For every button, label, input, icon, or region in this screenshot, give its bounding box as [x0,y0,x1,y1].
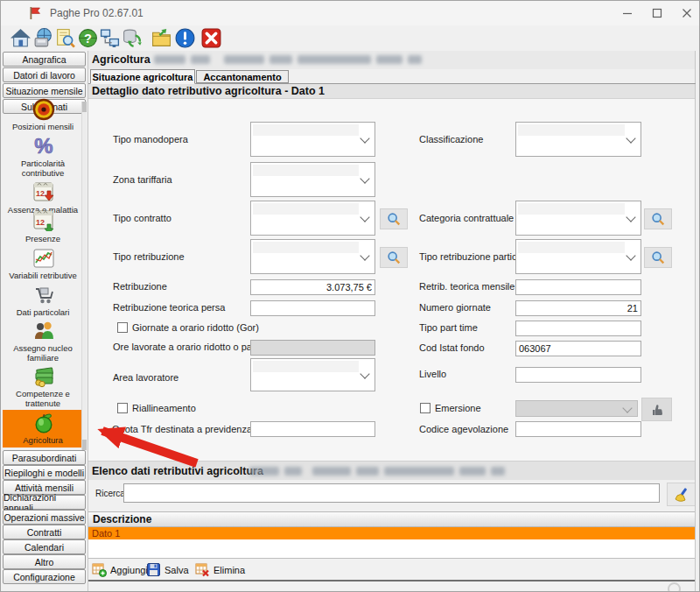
giornate-orario-ridotto-checkbox[interactable] [117,322,128,333]
cod-istat-fondo-label: Cod Istat fondo [419,342,485,353]
sidebar-item-contratti[interactable]: Contratti [3,525,86,539]
riallineamento-label: Riallineamento [132,403,196,413]
sidebar-item-configurazione[interactable]: Configurazione [3,569,86,584]
page-title: Agricoltura [92,53,150,66]
window-title: Paghe Pro 02.67.01 [50,7,144,19]
sidebar-item-agricoltura-label[interactable]: Agricoltura [3,436,83,446]
tipo-part-time-label: Tipo part time [419,322,478,333]
broom-icon [674,487,690,503]
app-window: Paghe Pro 02.67.01 ? Anagrafica Datori d… [0,0,700,592]
help-globe-icon[interactable]: ? [77,27,99,49]
salva-button[interactable]: Salva [146,561,189,578]
sidebar-item-assegno-nucleo-familiare[interactable]: Assegno nucleo familiare [3,344,83,363]
pie-rings-icon[interactable] [32,98,55,121]
sidebar-item-presenze[interactable]: Presenze [3,235,83,244]
chart-icon[interactable] [32,247,55,270]
ricerca-label: Ricerca [95,489,125,498]
sidebar-item-particolarita-contributive[interactable]: Particolarità contributive [3,159,83,178]
retribuzione-teorica-persa-field[interactable] [250,300,375,316]
sidebar-item-altro[interactable]: Altro [3,554,86,569]
zona-tariffaria-label: Zona tariffaria [113,174,172,185]
tipo-retribuzione-select[interactable] [250,239,375,274]
clear-search-button[interactable] [667,483,696,506]
sidebar-item-posizioni-mensili[interactable]: Posizioni mensili [3,123,83,132]
exit-icon[interactable] [200,27,222,49]
chevron-down-icon [360,369,369,378]
action-toolbar: Aggiungi Salva Elimina [88,559,696,580]
emersione-confirm-button[interactable] [641,398,672,421]
numero-giornate-field[interactable] [515,300,641,316]
elimina-button[interactable]: Elimina [195,561,245,578]
zona-tariffaria-select[interactable] [250,162,375,197]
detail-form: Tipo manodopera Classificazione Zona tar… [88,99,696,461]
database-sync-icon[interactable] [121,27,143,49]
tipo-part-time-field[interactable] [515,321,641,336]
elimina-label: Elimina [214,565,245,575]
classificazione-select[interactable] [515,122,641,157]
sidebar-scroll-thumb[interactable] [82,102,87,112]
codice-agevolazione-field[interactable] [515,421,641,437]
sidebar-item-riepiloghi-e-modelli[interactable]: Riepiloghi e modelli [3,465,86,480]
sidebar-scrollbar[interactable] [81,102,87,450]
sidebar-item-parasubordinati[interactable]: Parasubordinati [3,450,86,465]
retribuzione-field[interactable] [250,279,375,295]
sidebar-item-calendari[interactable]: Calendari [3,539,86,554]
quota-tfr-field[interactable] [250,421,375,437]
sidebar-item-variabili-retributive[interactable]: Variabili retributive [3,271,83,281]
tab-accantonamento[interactable]: Accantonamento [196,70,289,83]
folder-export-icon[interactable] [150,27,172,49]
giornate-orario-ridotto-label: Giornate a orario ridotto (Gor) [132,322,259,333]
tipo-retribuzione-particolare-select[interactable] [515,239,641,274]
chevron-down-icon [626,250,635,260]
categoria-contrattuale-search-button[interactable] [644,208,672,229]
area-lavoratore-select[interactable] [250,358,375,391]
sidebar-item-dati-particolari[interactable]: Dati particolari [3,308,83,318]
classificazione-label: Classificazione [419,134,483,144]
close-button[interactable] [672,2,700,25]
livello-field[interactable] [515,367,641,383]
cart-icon[interactable] [32,284,55,307]
info-icon[interactable] [174,27,196,49]
magnifier-icon [386,250,402,265]
calendar-up-icon[interactable]: 12 [32,208,55,231]
categoria-contrattuale-label: Categoria contrattuale [419,213,514,223]
apple-icon[interactable] [32,412,55,434]
money-icon[interactable] [32,365,55,388]
percent-icon[interactable]: % [32,135,55,158]
chevron-down-icon [622,403,632,412]
tipo-retribuzione-search-button[interactable] [380,247,408,268]
sidebar-item-datori-di-lavoro[interactable]: Datori di lavoro [3,67,86,82]
table-row-dato-1[interactable]: Dato 1 [88,527,696,539]
print-globe-icon[interactable] [32,27,54,49]
cod-istat-fondo-field[interactable] [515,341,641,356]
document-search-icon[interactable] [54,27,76,49]
aggiungi-button[interactable]: Aggiungi [92,561,148,578]
app-flag-icon [28,6,41,20]
network-icon[interactable] [99,27,121,49]
svg-text:12: 12 [36,218,45,227]
tipo-manodopera-select[interactable] [250,122,375,157]
sidebar-item-situazione-mensile[interactable]: Situazione mensile [3,83,86,98]
sidebar-item-dichiarazioni-annuali[interactable]: Dichiarazioni annuali [3,495,86,510]
tipo-manodopera-label: Tipo manodopera [113,134,188,144]
home-icon[interactable] [10,27,32,49]
tipo-contratto-select[interactable] [250,201,375,236]
minimize-button[interactable] [612,2,642,25]
tipo-contratto-search-button[interactable] [380,208,408,229]
categoria-contrattuale-select[interactable] [515,201,641,236]
riallineamento-checkbox[interactable] [117,403,128,413]
maximize-button[interactable] [642,2,672,25]
retribuzione-teorica-persa-label: Retribuzione teorica persa [113,302,225,313]
ricerca-input[interactable] [123,483,660,503]
calendar-down-icon[interactable]: 12 [32,180,55,203]
emersione-label: Emersione [435,403,481,413]
tipo-retribuzione-particolare-search-button[interactable] [644,247,672,268]
sidebar-item-competenze-e-trattenute[interactable]: Competenze e trattenute [3,390,83,408]
sidebar-item-anagrafica[interactable]: Anagrafica [3,52,86,67]
tab-situazione-agricoltura[interactable]: Situazione agricoltura [90,69,195,84]
family-icon[interactable] [32,320,55,342]
sidebar-item-operazioni-massive[interactable]: Operazioni massive [3,510,86,525]
retrib-teorica-mensile-field[interactable] [515,279,641,295]
emersione-checkbox[interactable] [420,403,430,413]
magnifier-icon [386,211,402,227]
